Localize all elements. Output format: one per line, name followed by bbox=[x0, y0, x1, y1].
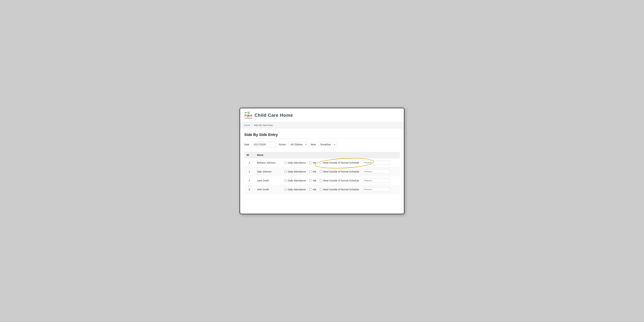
meal-outside-label: Meal Outside of Normal Schedule bbox=[323, 188, 359, 191]
reason-input[interactable] bbox=[362, 187, 390, 192]
meal-select-wrapper: Breakfast Lunch Dinner AM Snack PM Snack bbox=[318, 142, 336, 147]
reason-input[interactable] bbox=[362, 178, 390, 183]
cell-name: Bethany Johnson bbox=[254, 158, 282, 167]
daily-attendance-group[interactable]: Daily Attendance bbox=[284, 161, 306, 164]
breadcrumb-home[interactable]: Home bbox=[244, 124, 250, 126]
ate-group[interactable]: Ate bbox=[309, 179, 316, 182]
table-row: 4 John Smith Daily Attendance Ate bbox=[244, 185, 400, 194]
cell-id: 3 bbox=[244, 176, 254, 185]
daily-attendance-checkbox[interactable] bbox=[284, 162, 287, 164]
cell-id: 1 bbox=[244, 167, 254, 176]
reason-input[interactable] bbox=[362, 169, 390, 174]
meal-outside-label: Meal Outside of Normal Schedule bbox=[323, 179, 359, 182]
date-input[interactable] bbox=[252, 142, 276, 147]
roster-select-wrapper: All Children bbox=[289, 142, 308, 147]
main-content: Side By Side Entry Date Roster All Child… bbox=[240, 128, 404, 199]
ate-label: Ate bbox=[313, 170, 316, 173]
ate-checkbox[interactable] bbox=[309, 162, 312, 164]
roster-label: Roster bbox=[279, 143, 286, 146]
daily-attendance-checkbox[interactable] bbox=[284, 188, 287, 191]
app-title: Child Care Home bbox=[254, 113, 293, 118]
daily-attendance-label: Daily Attendance bbox=[288, 179, 306, 182]
ate-checkbox[interactable] bbox=[309, 188, 312, 191]
meal-label: Meal bbox=[311, 143, 316, 146]
meal-select[interactable]: Breakfast Lunch Dinner AM Snack PM Snack bbox=[318, 142, 336, 147]
cell-controls: Daily Attendance Ate Meal Outside of Nor… bbox=[282, 176, 400, 185]
meal-outside-group[interactable]: Meal Outside of Normal Schedule bbox=[320, 170, 359, 173]
main-window: My Food PROGRAM Child Care Home Home / S… bbox=[240, 108, 404, 214]
breadcrumb-current: Side By Side Entry bbox=[254, 124, 273, 126]
cell-controls: Daily Attendance Ate Meal Outside of Nor… bbox=[282, 167, 400, 176]
ate-label: Ate bbox=[313, 188, 316, 191]
ate-label: Ate bbox=[313, 179, 316, 182]
ate-group[interactable]: Ate bbox=[309, 161, 316, 164]
meal-outside-group[interactable]: Meal Outside of Normal Schedule bbox=[320, 179, 359, 182]
daily-attendance-label: Daily Attendance bbox=[288, 161, 306, 164]
logo-icon: My Food PROGRAM bbox=[244, 111, 253, 119]
table-row: 2 Bethany Johnson Daily Attendance Ate bbox=[244, 158, 400, 167]
cell-name: Jane Smith bbox=[254, 176, 282, 185]
logo-area: My Food PROGRAM Child Care Home bbox=[244, 111, 293, 119]
date-label: Date bbox=[244, 143, 249, 146]
meal-outside-label: Meal Outside of Normal Schedule bbox=[323, 170, 359, 173]
ate-label: Ate bbox=[313, 161, 316, 164]
col-header-id: ID bbox=[244, 152, 254, 158]
cell-id: 2 bbox=[244, 158, 254, 167]
meal-outside-checkbox[interactable] bbox=[320, 179, 322, 182]
col-header-name: Name bbox=[254, 152, 282, 158]
daily-attendance-group[interactable]: Daily Attendance bbox=[284, 170, 306, 173]
cell-name: John Smith bbox=[254, 185, 282, 194]
meal-outside-label: Meal Outside of Normal Schedule bbox=[323, 161, 359, 164]
table-row: 3 Jane Smith Daily Attendance Ate bbox=[244, 176, 400, 185]
table-header-row: ID Name bbox=[244, 152, 400, 158]
roster-select[interactable]: All Children bbox=[289, 142, 308, 147]
daily-attendance-group[interactable]: Daily Attendance bbox=[284, 179, 306, 182]
meal-outside-group[interactable]: Meal Outside of Normal Schedule bbox=[320, 188, 359, 191]
meal-outside-group[interactable]: Meal Outside of Normal Schedule bbox=[320, 161, 359, 164]
daily-attendance-group[interactable]: Daily Attendance bbox=[284, 188, 306, 191]
meal-outside-highlight: Meal Outside of Normal Schedule bbox=[320, 161, 359, 164]
daily-attendance-label: Daily Attendance bbox=[288, 188, 306, 191]
svg-text:Food: Food bbox=[244, 114, 252, 117]
data-table: ID Name 2 Bethany Johnson Daily Attendan… bbox=[244, 152, 400, 194]
reason-input[interactable] bbox=[362, 160, 390, 165]
meal-outside-checkbox[interactable] bbox=[320, 170, 322, 173]
ate-checkbox[interactable] bbox=[309, 170, 312, 173]
page-title: Side By Side Entry bbox=[244, 132, 400, 139]
daily-attendance-checkbox[interactable] bbox=[284, 179, 287, 182]
ate-group[interactable]: Ate bbox=[309, 188, 316, 191]
table-row: 1 Dale Johnson Daily Attendance Ate bbox=[244, 167, 400, 176]
ate-checkbox[interactable] bbox=[309, 179, 312, 182]
cell-id: 4 bbox=[244, 185, 254, 194]
cell-controls: Daily Attendance Ate Meal Outside of Nor… bbox=[282, 158, 400, 167]
col-header-controls bbox=[282, 152, 400, 158]
daily-attendance-label: Daily Attendance bbox=[288, 170, 306, 173]
header: My Food PROGRAM Child Care Home bbox=[240, 108, 404, 122]
meal-outside-checkbox[interactable] bbox=[320, 162, 322, 164]
ate-group[interactable]: Ate bbox=[309, 170, 316, 173]
cell-name: Dale Johnson bbox=[254, 167, 282, 176]
filter-row: Date Roster All Children Meal Breakfast … bbox=[244, 142, 400, 147]
svg-text:PROGRAM: PROGRAM bbox=[244, 118, 252, 119]
svg-text:My: My bbox=[244, 112, 247, 113]
daily-attendance-checkbox[interactable] bbox=[284, 170, 287, 173]
cell-controls: Daily Attendance Ate Meal Outside of Nor… bbox=[282, 185, 400, 194]
breadcrumb-separator: / bbox=[252, 124, 252, 126]
breadcrumb: Home / Side By Side Entry bbox=[240, 122, 404, 128]
meal-outside-checkbox[interactable] bbox=[320, 188, 322, 191]
